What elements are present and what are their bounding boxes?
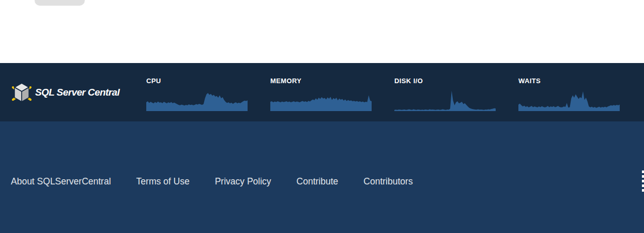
cube-logo-icon xyxy=(11,81,33,104)
memory-sparkline-chart xyxy=(270,88,372,111)
monitor-memory-label: MEMORY xyxy=(270,77,372,85)
page: SQL Server Central CPU MEMORY DISK I/O W… xyxy=(0,0,644,233)
link-terms-of-use[interactable]: Terms of Use xyxy=(136,176,190,187)
footer-links-nav: About SQLServerCentral Terms of Use Priv… xyxy=(11,176,413,187)
feedback-tab-dash xyxy=(642,189,644,192)
link-about-sqlservercentral[interactable]: About SQLServerCentral xyxy=(11,176,111,187)
link-contribute[interactable]: Contribute xyxy=(297,176,339,187)
monitor-cpu: CPU xyxy=(146,77,248,111)
feedback-tab-dash xyxy=(642,184,644,187)
link-contributors[interactable]: Contributors xyxy=(363,176,412,187)
monitor-disk-io: DISK I/O xyxy=(394,77,496,111)
logo-text: SQL Server Central xyxy=(35,87,119,98)
waits-sparkline-chart xyxy=(518,88,620,111)
clipped-top-button[interactable] xyxy=(35,0,85,6)
monitor-waits: WAITS xyxy=(518,77,620,111)
monitor-waits-label: WAITS xyxy=(518,77,620,85)
feedback-tab-dash xyxy=(642,180,644,182)
feedback-tab-dash xyxy=(642,170,644,173)
monitor-cpu-label: CPU xyxy=(146,77,248,85)
disk-io-sparkline-chart xyxy=(394,88,496,111)
cpu-sparkline-chart xyxy=(146,88,248,111)
link-privacy-policy[interactable]: Privacy Policy xyxy=(215,176,271,187)
monitor-memory: MEMORY xyxy=(270,77,372,111)
feedback-tab-dash xyxy=(642,175,644,178)
monitor-disk-io-label: DISK I/O xyxy=(394,77,496,85)
sqlservercentral-logo[interactable]: SQL Server Central xyxy=(11,81,119,104)
clipped-feedback-tab[interactable] xyxy=(642,170,644,192)
